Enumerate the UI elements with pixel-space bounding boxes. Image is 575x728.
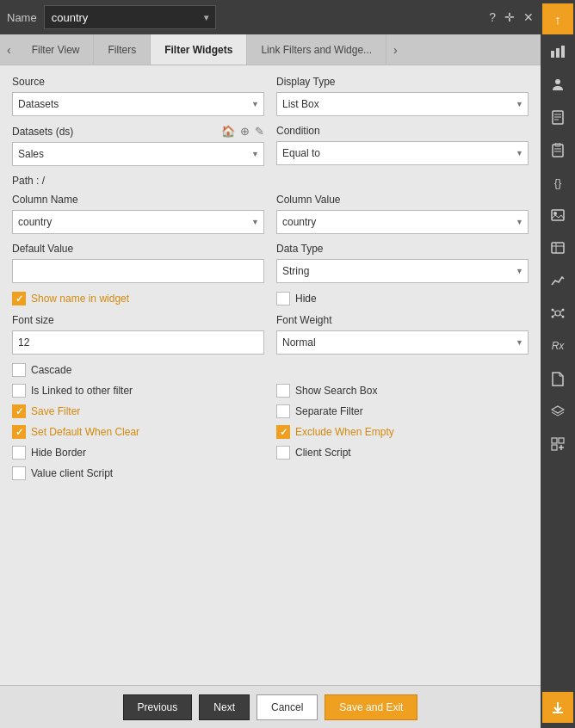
font-weight-select-wrap[interactable]: Normal [276, 330, 529, 355]
help-icon[interactable]: ? [489, 10, 496, 24]
next-button[interactable]: Next [199, 694, 250, 720]
value-script-checkbox[interactable] [12, 466, 26, 480]
svg-rect-27 [552, 438, 557, 443]
source-select[interactable]: Datasets [12, 92, 264, 116]
column-name-select[interactable]: country [12, 210, 264, 234]
default-value-input[interactable] [12, 259, 264, 283]
tab-filter-widgets[interactable]: Filter Widgets [151, 34, 247, 65]
edit-icon[interactable]: ✎ [255, 125, 264, 138]
curly-braces-icon[interactable]: {} [542, 167, 573, 198]
data-type-select[interactable]: String [276, 259, 529, 283]
condition-col: Condition Equal to [276, 125, 529, 166]
table-icon[interactable] [542, 232, 573, 263]
client-script-checkbox[interactable] [276, 446, 290, 460]
layers-icon[interactable] [542, 396, 573, 427]
svg-point-17 [555, 311, 560, 316]
linked-col: Is Linked to other filter [12, 384, 264, 398]
cascade-checkbox[interactable] [12, 363, 26, 377]
set-default-checkbox[interactable] [12, 425, 26, 439]
path-row: Path : / [12, 175, 529, 187]
display-type-label: Display Type [276, 76, 529, 88]
separate-filter-col: Separate Filter [276, 404, 529, 418]
border-script-row: Hide Border Client Script [12, 446, 529, 460]
data-type-label: Data Type [276, 243, 529, 255]
font-size-input[interactable] [12, 330, 264, 355]
datasets-label: Datasets (ds) [12, 126, 73, 138]
right-sidebar: ↑ {} Rx [541, 0, 575, 728]
download-bottom-icon[interactable] [542, 692, 573, 723]
column-name-label: Column Name [12, 194, 264, 206]
image-icon[interactable] [542, 200, 573, 231]
datasets-select-wrap[interactable]: Sales [12, 142, 264, 166]
set-default-label: Set Default When Clear [31, 426, 139, 438]
bar-chart-icon[interactable] [542, 36, 573, 67]
hide-border-col: Hide Border [12, 446, 264, 460]
line-chart-icon[interactable] [542, 265, 573, 296]
hide-label: Hide [295, 293, 317, 305]
condition-select-wrap[interactable]: Equal to [276, 141, 529, 165]
home-icon[interactable]: 🏠 [221, 125, 235, 138]
hide-checkbox[interactable] [276, 292, 290, 305]
path-value: / [42, 175, 45, 187]
condition-select[interactable]: Equal to [276, 141, 529, 165]
name-label: Name [7, 11, 37, 24]
bottom-bar: Previous Next Cancel Save and Exit [0, 685, 541, 728]
tab-filters[interactable]: Filters [94, 34, 151, 65]
separate-filter-checkbox[interactable] [276, 404, 290, 418]
default-value-col: Default Value [12, 243, 264, 283]
save-filter-checkbox[interactable] [12, 404, 26, 418]
datasets-condition-row: Datasets (ds) 🏠 ⊕ ✎ Sales Condition [12, 125, 529, 166]
grid-plus-icon[interactable] [542, 429, 573, 460]
show-name-checkbox[interactable] [12, 292, 26, 305]
tab-link-filters[interactable]: Link Filters and Widge... [247, 34, 386, 65]
checkbox-section: Cascade Is Linked to other filter Show S… [12, 363, 529, 480]
svg-rect-0 [551, 51, 554, 58]
show-name-col: Show name in widget [12, 292, 264, 305]
add-icon[interactable]: ⊕ [240, 125, 250, 138]
set-default-col: Set Default When Clear [12, 425, 264, 439]
tab-filter-view[interactable]: Filter View [18, 34, 95, 65]
cancel-button[interactable]: Cancel [257, 694, 318, 720]
column-value-label: Column Value [276, 194, 529, 206]
client-script-label: Client Script [295, 447, 351, 459]
doc-icon[interactable] [542, 102, 573, 133]
close-icon[interactable]: ✕ [523, 10, 534, 24]
top-bar: Name country ? ✛ ✕ [0, 0, 541, 34]
column-name-select-wrap[interactable]: country [12, 210, 264, 234]
exclude-empty-col: Exclude When Empty [276, 425, 529, 439]
up-arrow-icon[interactable]: ↑ [542, 3, 573, 34]
svg-rect-12 [552, 210, 564, 220]
search-box-checkbox[interactable] [276, 384, 290, 398]
clipboard-icon[interactable] [542, 134, 573, 165]
hide-border-checkbox[interactable] [12, 446, 26, 460]
datasets-icons: 🏠 ⊕ ✎ [221, 125, 264, 138]
source-select-wrap[interactable]: Datasets [12, 92, 264, 116]
column-value-select[interactable]: country [276, 210, 529, 234]
default-datatype-row: Default Value Data Type String [12, 243, 529, 283]
linked-search-row: Is Linked to other filter Show Search Bo… [12, 384, 529, 398]
move-icon[interactable]: ✛ [504, 10, 515, 24]
file2-icon[interactable] [542, 363, 573, 394]
rx-icon[interactable]: Rx [542, 330, 573, 361]
column-row: Column Name country Column Value country [12, 194, 529, 234]
default-value-label: Default Value [12, 243, 264, 255]
name-select[interactable]: country [44, 5, 216, 29]
display-type-select[interactable]: List Box [276, 92, 529, 116]
exclude-empty-checkbox[interactable] [276, 425, 290, 439]
condition-label: Condition [276, 125, 529, 137]
datasets-select[interactable]: Sales [12, 142, 264, 166]
cascade-label: Cascade [31, 364, 71, 376]
network-icon[interactable] [542, 298, 573, 329]
svg-rect-1 [556, 48, 560, 58]
person-icon[interactable] [542, 69, 573, 100]
tab-next-arrow[interactable]: › [386, 34, 405, 65]
column-value-select-wrap[interactable]: country [276, 210, 529, 234]
prev-button[interactable]: Previous [123, 694, 193, 720]
save-exit-button[interactable]: Save and Exit [325, 694, 417, 720]
font-weight-select[interactable]: Normal [276, 330, 529, 355]
data-type-select-wrap[interactable]: String [276, 259, 529, 283]
name-select-wrap[interactable]: country [44, 5, 216, 29]
tab-prev-arrow[interactable]: ‹ [0, 34, 18, 65]
linked-checkbox[interactable] [12, 384, 26, 398]
display-type-select-wrap[interactable]: List Box [276, 92, 529, 116]
